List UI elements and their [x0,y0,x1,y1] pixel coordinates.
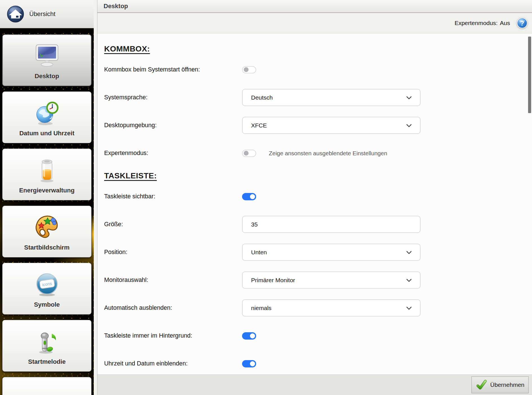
row-groesse: Größe: [97,210,532,238]
monitorauswahl-select[interactable]: Primärer Monitor [242,271,421,289]
chevron-down-icon [405,94,413,101]
uhrzeit-datum-toggle[interactable] [242,360,256,367]
desktop-monitor-icon [32,41,62,70]
paint-palette-icon [32,212,62,241]
icons-badge-icon: icons [32,269,62,299]
row-kommbox-autostart: Kommbox beim Systemstart öffnen: [97,56,532,84]
expert-mode-label: Expertenmodus: [455,20,498,26]
row-uhrzeit-datum: Uhrzeit und Datum einblenden: [97,350,532,375]
expertenmodus-label: Expertenmodus: [104,150,242,157]
kommbox-rows: Kommbox beim Systemstart öffnen: Systems… [97,56,532,167]
panel-edge-divider [94,0,97,395]
sidebar-overview-label: Übersicht [29,10,55,18]
sidebar-item-desktop[interactable]: Desktop [2,34,91,86]
toggle-knob [250,361,255,366]
page-title-bar: Desktop [97,0,532,13]
page-title: Desktop [104,3,128,10]
sidebar-item-screensaver[interactable] [2,377,91,395]
battery-icon [32,155,62,184]
section-heading-taskleiste: TASKLEISTE: [104,171,532,180]
row-systemsprache: Systemsprache: Deutsch [97,84,532,111]
sidebar-item-energieverwaltung[interactable]: Energieverwaltung [2,149,91,200]
section-heading-kommbox: KOMMBOX: [104,44,532,53]
monitorauswahl-label: Monitorauswahl: [104,277,242,284]
chevron-down-icon [405,304,413,312]
systemsprache-select[interactable]: Deutsch [242,89,421,106]
sidebar-item-label: Startbildschirm [24,244,70,251]
toggle-knob [244,67,249,72]
taskleiste-hintergrund-label: Taskleiste immer im Hintergrund: [104,332,242,339]
sidebar-item-label: Symbole [34,301,60,308]
row-automatisch-ausblenden: Automatisch ausblenden: niemals [97,294,532,322]
screensaver-monitor-icon [32,392,62,395]
taskleiste-sichtbar-label: Taskleiste sichtbar: [104,193,242,200]
toggle-knob [244,151,249,156]
uhrzeit-datum-label: Uhrzeit und Datum einblenden: [104,360,242,367]
sidebar-item-startmelodie[interactable]: Startmelodie [2,320,91,372]
apply-button[interactable]: Übernehmen [471,376,529,393]
taskleiste-sichtbar-toggle[interactable] [242,193,256,200]
automatisch-ausblenden-select[interactable]: niemals [242,299,421,317]
check-icon [476,379,487,390]
row-monitorauswahl: Monitorauswahl: Primärer Monitor [97,266,532,294]
home-icon [7,5,24,23]
chevron-down-icon [405,249,413,256]
vertical-scrollbar-thumb[interactable] [528,37,531,113]
row-expertenmodus: Expertenmodus: Zeige ansonsten ausgeblen… [97,139,532,167]
apply-button-label: Übernehmen [490,381,524,388]
main-panel: Desktop Expertenmodus: Aus ? KOMMBOX: Ko… [97,0,532,395]
row-taskleiste-hintergrund: Taskleiste immer im Hintergrund: [97,322,532,350]
automatisch-ausblenden-selected-value: niemals [251,305,271,311]
row-position: Position: Unten [97,238,532,266]
help-icon-glyph: ? [520,19,524,27]
kommbox-autostart-label: Kommbox beim Systemstart öffnen: [104,66,242,73]
sidebar-nav: Desktop Datum und Uhrze [0,30,94,395]
sidebar-item-overview[interactable]: Übersicht [0,0,94,29]
systemsprache-selected-value: Deutsch [251,94,273,101]
settings-content: KOMMBOX: Kommbox beim Systemstart öffnen… [97,34,532,375]
desktopumgebung-select[interactable]: XFCE [242,117,421,134]
position-select[interactable]: Unten [242,244,421,261]
row-taskleiste-sichtbar: Taskleiste sichtbar: [97,183,532,210]
sidebar: Übersicht Desktop [0,0,94,395]
sidebar-item-startbildschirm[interactable]: Startbildschirm [2,206,91,257]
sidebar-item-datum-und-uhrzeit[interactable]: Datum und Uhrzeit [2,91,91,143]
kommbox-autostart-toggle[interactable] [242,66,256,73]
sidebar-item-label: Desktop [35,73,59,80]
position-label: Position: [104,249,242,256]
monitorauswahl-selected-value: Primärer Monitor [251,277,295,284]
systemsprache-label: Systemsprache: [104,94,242,101]
desktopumgebung-selected-value: XFCE [251,122,267,129]
groesse-label: Größe: [104,221,242,228]
sidebar-item-label: Energieverwaltung [19,187,75,194]
position-selected-value: Unten [251,249,267,256]
groesse-input[interactable] [242,216,421,233]
taskleiste-rows: Taskleiste sichtbar: Größe: Position: Un… [97,183,532,375]
toggle-knob [250,194,255,199]
taskleiste-hintergrund-toggle[interactable] [242,332,256,340]
help-button[interactable]: ? [516,17,528,29]
desktopumgebung-label: Desktopumgebung: [104,122,242,129]
automatisch-ausblenden-label: Automatisch ausblenden: [104,304,242,311]
toggle-knob [250,333,255,338]
expertenmodus-hint: Zeige ansonsten ausgeblendete Einstellun… [269,150,387,157]
chevron-down-icon [405,277,413,284]
sidebar-item-label: Startmelodie [28,358,66,365]
expertenmodus-toggle[interactable] [242,150,256,157]
sidebar-item-label: Datum und Uhrzeit [19,130,75,137]
footer-bar: Übernehmen [97,374,532,395]
globe-clock-icon [32,98,62,127]
sidebar-item-symbole[interactable]: icons Symbole [2,263,91,315]
microphone-note-icon [32,326,62,356]
expert-mode-value: Aus [500,20,510,26]
chevron-down-icon [405,122,413,129]
row-desktopumgebung: Desktopumgebung: XFCE [97,111,532,139]
expert-mode-bar: Expertenmodus: Aus ? [97,13,532,33]
